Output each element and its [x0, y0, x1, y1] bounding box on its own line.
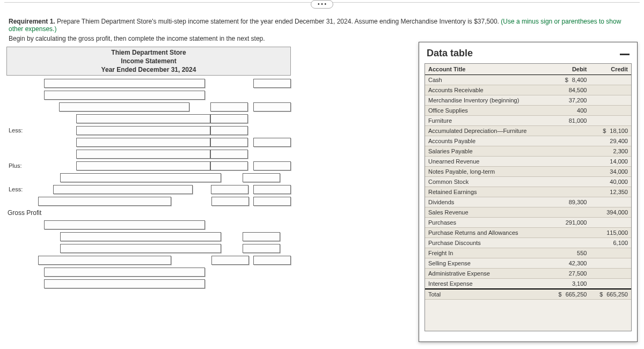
input-r9c2[interactable]	[243, 173, 280, 182]
cell-debit: 550	[549, 248, 590, 258]
input-r14c1[interactable]	[60, 244, 221, 253]
worksheet-header: Thiem Department Store Income Statement …	[6, 47, 291, 76]
table-row: Cash$ 8,400	[425, 75, 631, 85]
input-r8c1[interactable]	[76, 161, 210, 170]
input-r5c2[interactable]	[210, 126, 248, 135]
cell-title: Selling Expense	[425, 258, 549, 269]
input-r12c1[interactable]	[44, 220, 205, 229]
input-r8c3[interactable]	[253, 161, 291, 170]
cell-debit: $ 8,400	[549, 75, 590, 85]
input-r10c3[interactable]	[253, 185, 291, 194]
cell-debit: 81,000	[549, 116, 590, 126]
cell-debit	[549, 228, 590, 238]
requirement-subline: Begin by calculating the gross profit, t…	[9, 35, 635, 42]
cell-credit: $ 18,100	[590, 126, 631, 136]
cell-credit	[590, 106, 631, 116]
cell-debit: 42,300	[549, 258, 590, 269]
cell-debit: 3,100	[549, 279, 590, 289]
table-row: Notes Payable, long-term34,000	[425, 167, 631, 177]
input-r9c1[interactable]	[60, 173, 221, 182]
cell-credit: 34,000	[590, 167, 631, 177]
cell-title: Purchases	[425, 218, 549, 228]
cell-debit	[549, 126, 590, 136]
cell-debit	[549, 157, 590, 167]
table-row: Unearned Revenue14,000	[425, 157, 631, 167]
input-r15c2[interactable]	[211, 256, 249, 265]
input-r14c2[interactable]	[243, 244, 280, 253]
input-r11c2[interactable]	[211, 197, 249, 206]
input-r4c1[interactable]	[76, 114, 210, 123]
cell-credit	[590, 218, 631, 228]
input-r7c2[interactable]	[210, 150, 248, 159]
cell-debit	[549, 207, 590, 218]
cell-credit: 12,350	[590, 187, 631, 197]
table-row: Office Supplies400	[425, 106, 631, 116]
input-r11c1[interactable]	[38, 197, 172, 206]
cell-credit	[590, 116, 631, 126]
input-r2c1[interactable]	[44, 91, 205, 100]
gross-profit-label: Gross Profit	[6, 209, 41, 217]
table-row: Interest Expense3,100	[425, 279, 631, 289]
requirement-body: Prepare Thiem Department Store's multi-s…	[57, 18, 501, 25]
input-r6c1[interactable]	[76, 138, 210, 147]
input-r1c2[interactable]	[253, 79, 291, 88]
worksheet-period: Year Ended December 31, 2024	[7, 65, 290, 74]
table-row: Accounts Receivable84,500	[425, 85, 631, 95]
cell-title: Dividends	[425, 197, 549, 207]
cell-debit: 400	[549, 106, 590, 116]
cell-credit: 14,000	[590, 157, 631, 167]
cell-debit	[549, 238, 590, 248]
input-r13c2[interactable]	[243, 232, 280, 241]
cell-title: Accumulated Depreciation—Furniture	[425, 126, 549, 136]
table-row: Administrative Expense27,500	[425, 269, 631, 279]
input-r4c2[interactable]	[210, 114, 248, 123]
input-r10c2[interactable]	[211, 185, 248, 194]
cell-title: Freight In	[425, 248, 549, 258]
input-r15c1[interactable]	[38, 256, 172, 265]
input-r8c2[interactable]	[210, 161, 248, 170]
cell-credit	[590, 75, 631, 85]
cell-title: Administrative Expense	[425, 269, 549, 279]
input-r3c2[interactable]	[210, 102, 248, 112]
input-r3c3[interactable]	[253, 102, 291, 112]
panel-scroll[interactable]: Account Title Debit Credit Cash$ 8,400Ac…	[425, 63, 632, 331]
input-r11c3[interactable]	[253, 197, 291, 206]
cell-debit	[549, 177, 590, 187]
input-r15c3[interactable]	[253, 256, 291, 265]
table-row: Purchase Returns and Allowances115,000	[425, 228, 631, 238]
input-r13c1[interactable]	[60, 232, 221, 241]
cell-debit: 27,500	[549, 269, 590, 279]
input-r10c1[interactable]	[53, 185, 193, 194]
cell-title: Notes Payable, long-term	[425, 167, 549, 177]
table-row: Salaries Payable2,300	[425, 146, 631, 157]
table-row: Furniture81,000	[425, 116, 631, 126]
cell-debit	[549, 187, 590, 197]
input-r16c1[interactable]	[44, 268, 205, 277]
cell-credit: 40,000	[590, 177, 631, 187]
cell-credit: 394,000	[590, 207, 631, 218]
ellipsis-tab[interactable]: • • •	[311, 0, 333, 9]
cell-credit	[590, 95, 631, 106]
input-r5c1[interactable]	[76, 126, 210, 135]
cell-debit	[549, 167, 590, 177]
input-r6c3[interactable]	[253, 138, 291, 147]
cell-title: Office Supplies	[425, 106, 549, 116]
cell-credit	[590, 197, 631, 207]
plus-label: Plus:	[6, 162, 44, 169]
cell-title: Cash	[425, 75, 549, 85]
input-r3c1[interactable]	[59, 102, 190, 112]
table-row: Common Stock40,000	[425, 177, 631, 187]
table-row: Accounts Payable29,400	[425, 136, 631, 146]
col-credit: Credit	[590, 64, 631, 75]
cell-title: Accounts Receivable	[425, 85, 549, 95]
cell-title: Total	[425, 289, 549, 300]
cell-title: Unearned Revenue	[425, 157, 549, 167]
input-r1c1[interactable]	[44, 79, 205, 88]
table-row: Accumulated Depreciation—Furniture$ 18,1…	[425, 126, 631, 136]
cell-credit: 2,300	[590, 146, 631, 157]
worksheet: Thiem Department Store Income Statement …	[6, 47, 291, 289]
input-r7c1[interactable]	[76, 150, 210, 159]
input-r6c2[interactable]	[210, 138, 248, 147]
input-r17c1[interactable]	[44, 279, 205, 288]
minimize-icon[interactable]	[620, 52, 630, 55]
